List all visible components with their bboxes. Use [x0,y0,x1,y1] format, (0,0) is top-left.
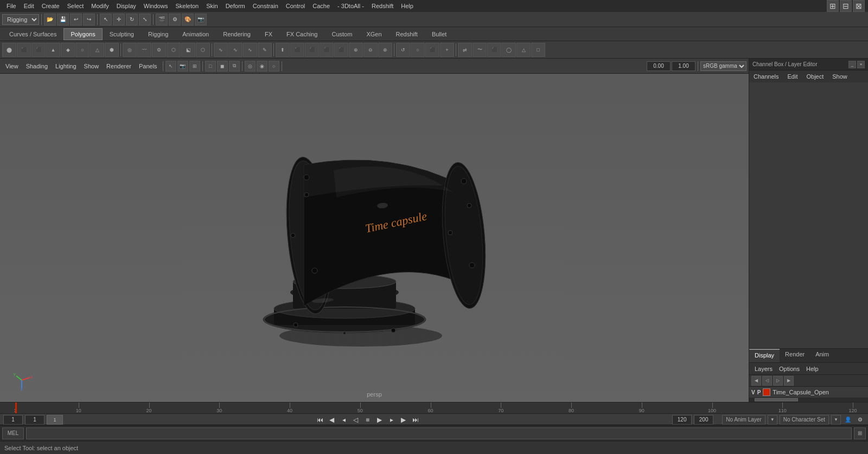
vp-isolate-btn[interactable]: ◉ [257,61,267,72]
snapshot-btn[interactable]: 📷 [195,14,207,25]
goto-end-btn[interactable]: ⏭ [411,415,420,425]
separate-icon[interactable]: ⬛ [334,43,348,57]
3d-scene[interactable]: Time capsule [0,74,749,402]
vp-camera-icon[interactable]: 📷 [177,61,188,72]
menu-create[interactable]: Create [39,2,63,10]
frame-current-field[interactable] [25,415,44,425]
vp-shaded-btn[interactable]: ◼ [217,61,228,72]
menu-deform[interactable]: Deform [222,2,248,10]
super-ellipse-icon[interactable]: ⬕ [181,43,195,57]
le-btn4[interactable]: ▶ [784,376,794,386]
cube-icon[interactable]: ⬛ [17,43,31,57]
platonic-icon[interactable]: ⬡ [196,43,210,57]
extrude-icon[interactable]: ⬆ [276,43,290,57]
fill-icon[interactable]: ⬛ [425,43,439,57]
menu-3dtall[interactable]: - 3DtoAll - [334,2,367,10]
vp-resolution-btn[interactable]: ⊞ [189,61,200,72]
harden-icon[interactable]: ⬛ [487,43,501,57]
tab-bullet[interactable]: Bullet [425,28,454,40]
vp-field1[interactable] [647,61,671,71]
helix-icon[interactable]: 〰 [137,43,151,57]
select-tool-btn[interactable]: ↖ [100,14,112,25]
tab-rendering[interactable]: Rendering [216,28,258,40]
cb-tab-show[interactable]: Show [828,71,852,82]
play-backward-btn[interactable]: ◁ [351,415,361,425]
menu-constrain[interactable]: Constrain [250,2,282,10]
le-menu-layers[interactable]: Layers [751,365,776,373]
next-frame-btn[interactable]: ▶ [399,415,409,425]
cb-tab-edit[interactable]: Edit [783,71,802,82]
bool-union-icon[interactable]: ⊕ [349,43,363,57]
menu-file[interactable]: File [3,2,20,10]
le-tab-render[interactable]: Render [780,349,810,362]
open-file-btn[interactable]: 📂 [44,14,56,25]
cb-minimize-btn[interactable]: _ [848,61,856,68]
pyramid-icon[interactable]: △ [90,43,104,57]
layer-row[interactable]: V P Time_Capsule_Open [749,387,868,398]
tab-fx[interactable]: FX [258,28,279,40]
vp-smooth-btn[interactable]: ○ [269,61,279,72]
tab-custom[interactable]: Custom [325,28,360,40]
mel-input[interactable] [26,427,852,439]
bevel-icon[interactable]: ⬛ [305,43,319,57]
timeline-ruler[interactable]: // Timeline ruler ticks rendered inline … [0,402,868,413]
next-key-btn[interactable]: ▸ [387,415,397,425]
tab-xgen[interactable]: XGen [359,28,388,40]
bezier-icon[interactable]: ∿ [243,43,257,57]
menu-windows[interactable]: Windows [141,2,171,10]
cb-tab-object[interactable]: Object [802,71,828,82]
diamond-icon[interactable]: ◆ [61,43,75,57]
le-new-layer-btn[interactable]: ◀ [751,376,761,386]
ep-curve-icon[interactable]: ∿ [228,43,242,57]
undo-btn[interactable]: ↩ [70,14,82,25]
top-right-icon3[interactable]: ⊠ [853,0,865,12]
le-btn3[interactable]: ▷ [773,376,783,386]
combine-icon[interactable]: ⬛ [320,43,334,57]
menu-modify[interactable]: Modify [88,2,112,10]
le-tab-display[interactable]: Display [749,349,780,362]
prism-icon[interactable]: ⬢ [105,43,119,57]
vp-menu-panels[interactable]: Panels [136,62,161,71]
color-space-select[interactable]: sRGB gamma [700,61,746,71]
save-btn[interactable]: 💾 [57,14,69,25]
tab-sculpting[interactable]: Sculpting [103,28,141,40]
render-settings-btn[interactable]: ⚙ [169,14,181,25]
vp-menu-view[interactable]: View [2,62,22,71]
vp-menu-renderer[interactable]: Renderer [103,62,135,71]
script-editor-btn[interactable]: ⊞ [854,427,866,439]
vp-xray-btn[interactable]: ◎ [245,61,256,72]
top-right-icon2[interactable]: ⊟ [840,0,852,12]
hyper-shade-btn[interactable]: 🎨 [182,14,194,25]
prev-key-btn[interactable]: ◂ [339,415,349,425]
cv-curve-icon[interactable]: ∿ [214,43,228,57]
tab-animation[interactable]: Animation [175,28,216,40]
menu-skeleton[interactable]: Skeleton [172,2,202,10]
cb-close-btn[interactable]: × [857,61,865,68]
le-btn2[interactable]: ◁ [762,376,772,386]
viewport[interactable]: View Shading Lighting Show Renderer Pane… [0,59,749,402]
stop-btn[interactable]: ■ [363,415,373,425]
soccer-icon[interactable]: ⬡ [167,43,181,57]
play-btn[interactable]: ▶ [375,415,385,425]
anim-layer-arrow[interactable]: ▼ [768,415,777,425]
ring-icon[interactable]: ○ [411,43,425,57]
tab-curves-surfaces[interactable]: Curves / Surfaces [2,28,63,40]
anim-end-field[interactable] [694,415,713,425]
append-poly-icon[interactable]: + [440,43,454,57]
redo-btn[interactable]: ↪ [83,14,95,25]
vp-menu-shading[interactable]: Shading [23,62,51,71]
loop-icon[interactable]: ↺ [396,43,410,57]
tab-fx-caching[interactable]: FX Caching [279,28,324,40]
triangulate-icon[interactable]: △ [516,43,531,57]
range-end-field[interactable] [672,415,692,425]
bool-intersect-icon[interactable]: ⊗ [378,43,392,57]
pencil-icon[interactable]: ✎ [258,43,272,57]
vp-select-mode[interactable]: ↖ [165,61,176,72]
torus-icon[interactable]: ○ [75,43,90,57]
vp-menu-lighting[interactable]: Lighting [52,62,80,71]
mirror-icon[interactable]: ⇌ [458,43,472,57]
goto-start-btn[interactable]: ⏮ [315,415,325,425]
sphere-icon[interactable]: ⬤ [2,43,16,57]
tab-polygons[interactable]: Polygons [63,28,102,40]
quadrangulate-icon[interactable]: □ [531,43,545,57]
